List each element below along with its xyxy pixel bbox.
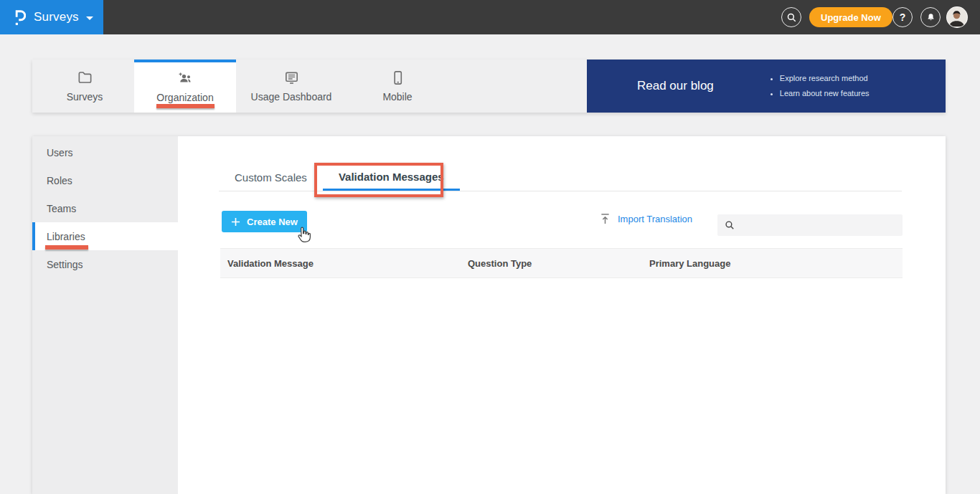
global-search-button[interactable] [781,7,801,27]
hand-cursor-icon [295,227,312,244]
notifications-button[interactable] [920,7,941,27]
sidebar-item-label: Settings [47,259,83,270]
column-header-primary-language[interactable]: Primary Language [649,258,903,269]
module-nav: Surveys Organization Usage Dashboard Mob… [32,60,946,113]
avatar-photo [947,7,966,27]
nav-tab-label: Mobile [382,91,412,103]
column-header-question-type[interactable]: Question Type [468,258,649,269]
main-panel: Users Roles Teams Libraries Settings Cus… [32,136,946,494]
promo-bullet: Explore research method [780,71,870,86]
mobile-phone-icon [390,70,406,86]
help-button[interactable]: ? [892,7,913,27]
annotation-underline-libraries [45,245,88,250]
organization-people-icon [176,70,194,87]
promo-title: Read our blog [637,79,714,93]
upgrade-now-button[interactable]: Upgrade Now [809,7,892,27]
nav-tab-mobile[interactable]: Mobile [354,60,440,113]
sidebar-item-teams[interactable]: Teams [32,194,178,222]
nav-tab-usage-dashboard[interactable]: Usage Dashboard [234,60,349,113]
sidebar-item-settings[interactable]: Settings [32,250,178,278]
nav-tab-label: Organization [156,92,213,103]
product-switcher-label: Surveys [34,10,79,24]
sidebar-item-label: Teams [47,203,76,214]
table-search-input[interactable] [740,220,895,231]
chevron-down-icon [86,16,93,20]
nav-tab-label: Surveys [67,91,103,103]
tab-custom-scales[interactable]: Custom Scales [219,164,323,191]
search-icon [725,220,735,230]
blog-promo-panel[interactable]: Read our blog Explore research method Le… [587,60,946,113]
product-switcher[interactable]: Surveys [0,0,103,34]
question-icon: ? [900,11,906,23]
bell-icon [925,12,936,23]
annotation-underline-organization [156,104,215,108]
usage-dashboard-icon [283,70,300,86]
sidebar-item-label: Roles [47,175,72,186]
user-avatar[interactable] [946,6,968,28]
import-translation-link[interactable]: Import Translation [600,212,692,226]
tab-validation-messages[interactable]: Validation Messages [323,164,460,191]
questionpro-logo-icon [14,8,26,27]
promo-bullet: Learn about new features [780,86,870,101]
tab-label: Validation Messages [339,171,444,183]
top-bar: Surveys Upgrade Now ? [0,0,980,34]
tab-label: Custom Scales [235,171,307,184]
sidebar-item-users[interactable]: Users [32,138,178,166]
plus-icon [231,217,240,227]
search-icon [786,12,797,23]
import-translation-label: Import Translation [618,214,692,224]
promo-bullet-list: Explore research method Learn about new … [770,71,870,101]
nav-tab-surveys[interactable]: Surveys [42,60,128,113]
sidebar: Users Roles Teams Libraries Settings [32,136,178,494]
tabs-divider [219,191,902,191]
folder-icon [77,70,93,86]
content-area: Custom Scales Validation Messages Create… [178,136,946,494]
library-tabs: Custom Scales Validation Messages [219,164,460,191]
import-upload-icon [600,213,611,225]
column-header-validation-message[interactable]: Validation Message [220,258,468,269]
table-header-row: Validation Message Question Type Primary… [220,248,903,278]
sidebar-item-roles[interactable]: Roles [32,166,178,194]
sidebar-item-label: Libraries [47,231,85,242]
nav-tab-label: Usage Dashboard [251,91,332,103]
sidebar-item-label: Users [47,147,73,158]
table-search-field [717,214,903,236]
create-new-label: Create New [247,217,298,227]
